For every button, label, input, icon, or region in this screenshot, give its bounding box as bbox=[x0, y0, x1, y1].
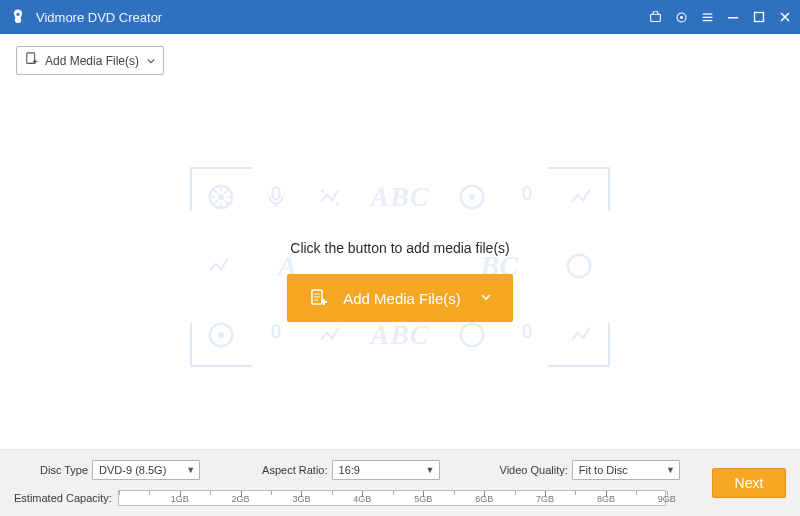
svg-rect-4 bbox=[702, 16, 712, 17]
next-button-label: Next bbox=[735, 475, 764, 491]
add-file-icon bbox=[309, 288, 329, 308]
capacity-bar: 1GB2GB3GB4GB5GB6GB7GB8GB9GB bbox=[118, 490, 666, 506]
add-media-label-small: Add Media File(s) bbox=[45, 54, 139, 68]
capacity-tick-label: 9GB bbox=[658, 494, 676, 504]
capacity-tick-label: 5GB bbox=[414, 494, 432, 504]
add-media-label-primary: Add Media File(s) bbox=[343, 290, 461, 307]
chevron-down-icon: ▼ bbox=[186, 465, 195, 475]
app-logo-icon bbox=[8, 7, 28, 27]
disc-type-group: Disc Type DVD-9 (8.5G) ▼ bbox=[40, 460, 200, 480]
svg-rect-5 bbox=[702, 19, 712, 20]
maximize-icon[interactable] bbox=[752, 10, 766, 24]
capacity-tick-label: 2GB bbox=[232, 494, 250, 504]
capacity-tick-label: 1GB bbox=[171, 494, 189, 504]
aspect-ratio-select[interactable]: 16:9 ▼ bbox=[332, 460, 440, 480]
chevron-down-icon: ▼ bbox=[426, 465, 435, 475]
next-button[interactable]: Next bbox=[712, 468, 786, 498]
aspect-ratio-label: Aspect Ratio: bbox=[262, 464, 327, 476]
svg-rect-0 bbox=[650, 14, 660, 21]
titlebar: Vidmore DVD Creator bbox=[0, 0, 800, 34]
minimize-icon[interactable] bbox=[726, 10, 740, 24]
close-icon[interactable] bbox=[778, 10, 792, 24]
svg-rect-3 bbox=[702, 13, 712, 14]
aspect-ratio-group: Aspect Ratio: 16:9 ▼ bbox=[262, 460, 439, 480]
add-media-button-primary[interactable]: Add Media File(s) bbox=[287, 274, 513, 322]
add-file-icon bbox=[25, 52, 39, 69]
svg-rect-7 bbox=[755, 13, 764, 22]
capacity-tick-label: 4GB bbox=[353, 494, 371, 504]
settings-icon[interactable] bbox=[674, 10, 688, 24]
disc-type-select[interactable]: DVD-9 (8.5G) ▼ bbox=[92, 460, 200, 480]
corner-decoration bbox=[548, 323, 610, 367]
drop-hint-text: Click the button to add media file(s) bbox=[290, 240, 509, 256]
capacity-tick-label: 8GB bbox=[597, 494, 615, 504]
bottom-panel: Disc Type DVD-9 (8.5G) ▼ Aspect Ratio: 1… bbox=[0, 449, 800, 516]
capacity-tick-label: 6GB bbox=[475, 494, 493, 504]
corner-decoration bbox=[548, 167, 610, 211]
toolbar: Add Media File(s) bbox=[0, 34, 800, 81]
window-controls bbox=[648, 10, 792, 24]
video-quality-group: Video Quality: Fit to Disc ▼ bbox=[500, 460, 680, 480]
disc-type-label: Disc Type bbox=[40, 464, 88, 476]
video-quality-label: Video Quality: bbox=[500, 464, 568, 476]
aspect-ratio-value: 16:9 bbox=[339, 464, 360, 476]
video-quality-value: Fit to Disc bbox=[579, 464, 628, 476]
corner-decoration bbox=[190, 167, 252, 211]
chevron-down-icon: ▼ bbox=[666, 465, 675, 475]
svg-point-2 bbox=[680, 16, 683, 19]
video-quality-select[interactable]: Fit to Disc ▼ bbox=[572, 460, 680, 480]
app-title: Vidmore DVD Creator bbox=[36, 10, 648, 25]
settings-row: Disc Type DVD-9 (8.5G) ▼ Aspect Ratio: 1… bbox=[14, 458, 786, 480]
corner-decoration bbox=[190, 323, 252, 367]
add-media-button-small[interactable]: Add Media File(s) bbox=[16, 46, 164, 75]
center-content: Click the button to add media file(s) Ad… bbox=[287, 240, 513, 322]
disc-type-value: DVD-9 (8.5G) bbox=[99, 464, 166, 476]
chevron-down-icon bbox=[481, 292, 491, 304]
capacity-tick-label: 3GB bbox=[292, 494, 310, 504]
purchase-icon[interactable] bbox=[648, 10, 662, 24]
capacity-tick-label: 7GB bbox=[536, 494, 554, 504]
estimated-capacity-label: Estimated Capacity: bbox=[14, 492, 112, 504]
svg-rect-6 bbox=[728, 17, 738, 19]
chevron-down-icon bbox=[147, 54, 155, 68]
capacity-row: Estimated Capacity: 1GB2GB3GB4GB5GB6GB7G… bbox=[14, 490, 786, 506]
menu-icon[interactable] bbox=[700, 10, 714, 24]
main-drop-area: ABC A BC ABC Click the button to ad bbox=[0, 81, 800, 449]
